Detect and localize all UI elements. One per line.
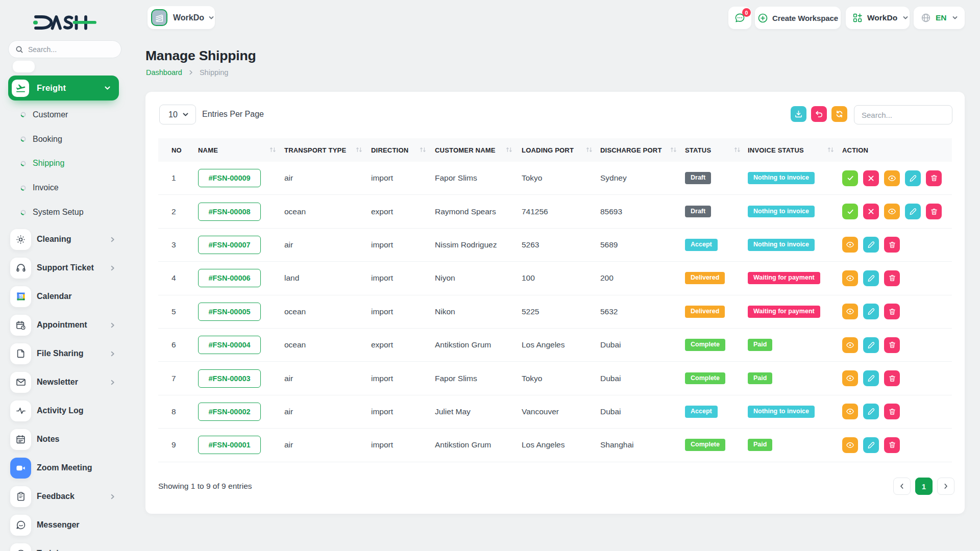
column-header-lp[interactable]: LOADING PORT (522, 138, 574, 162)
column-header-tt[interactable]: TRANSPORT TYPE (284, 138, 346, 162)
sidebar-subitem-shipping[interactable]: Shipping (0, 152, 130, 176)
view-button[interactable] (842, 370, 858, 386)
column-header-name[interactable]: NAME (198, 138, 218, 162)
edit-button[interactable] (905, 204, 921, 219)
pagination-prev-button[interactable] (893, 478, 911, 495)
view-button[interactable] (842, 304, 858, 319)
sidebar-item-cleaning[interactable]: Cleaning (0, 225, 130, 254)
delete-button[interactable] (884, 304, 900, 319)
sidebar-item-appointment[interactable]: Appointment (0, 311, 130, 339)
column-header-cust[interactable]: CUSTOMER NAME (435, 138, 496, 162)
edit-button[interactable] (863, 237, 879, 253)
cell-name: #FSN-00008 (198, 195, 261, 228)
shipment-name-button[interactable]: #FSN-00002 (198, 403, 261, 421)
view-button[interactable] (842, 404, 858, 419)
delete-button[interactable] (926, 170, 942, 186)
reject-button[interactable] (863, 204, 879, 219)
sidebar-subitem-booking[interactable]: Booking (0, 127, 130, 152)
edit-button[interactable] (863, 337, 879, 353)
eye-icon (888, 207, 896, 216)
delete-button[interactable] (926, 204, 942, 219)
shipment-name-button[interactable]: #FSN-00001 (198, 436, 261, 454)
table-search-input[interactable]: Search... (854, 105, 952, 124)
shipment-name-button[interactable]: #FSN-00003 (198, 369, 261, 388)
edit-button[interactable] (863, 304, 879, 319)
sort-icon[interactable] (505, 147, 513, 153)
workspace-switcher[interactable]: WorkDo (148, 6, 215, 29)
sidebar-item-training[interactable]: Training (0, 539, 130, 551)
approve-button[interactable] (842, 204, 858, 219)
sidebar-item-partial-top[interactable] (13, 61, 35, 72)
undo-button[interactable] (811, 106, 827, 122)
refresh-button[interactable] (831, 106, 847, 122)
view-button[interactable] (842, 237, 858, 253)
view-button[interactable] (842, 337, 858, 353)
circle-icon (10, 543, 31, 551)
view-button[interactable] (842, 270, 858, 286)
view-button[interactable] (842, 437, 858, 453)
google-calendar-icon: 31 (10, 286, 31, 307)
view-button[interactable] (884, 170, 900, 186)
shipment-name-button[interactable]: #FSN-00007 (198, 236, 261, 254)
sidebar-subitem-customer[interactable]: Customer (0, 103, 130, 127)
view-button[interactable] (884, 204, 900, 219)
language-selector[interactable]: EN (914, 7, 965, 29)
sort-icon[interactable] (733, 147, 741, 153)
chevron-right-icon (109, 265, 116, 271)
sidebar-item-notes[interactable]: Notes (0, 425, 130, 454)
messages-button[interactable]: 0 (728, 7, 751, 29)
sidebar-item-zoom-meeting[interactable]: Zoom Meeting (0, 454, 130, 482)
delete-button[interactable] (884, 370, 900, 386)
sidebar-item-feedback[interactable]: Feedback (0, 482, 130, 511)
delete-button[interactable] (884, 404, 900, 419)
shipment-name-button[interactable]: #FSN-00005 (198, 303, 261, 321)
column-header-dir[interactable]: DIRECTION (371, 138, 408, 162)
edit-button[interactable] (863, 437, 879, 453)
sidebar-search-input[interactable]: Search... (8, 40, 121, 58)
pagination-page-1-button[interactable]: 1 (915, 478, 933, 495)
approve-button[interactable] (842, 170, 858, 186)
breadcrumb-dashboard-link[interactable]: Dashboard (146, 68, 182, 77)
export-button[interactable] (791, 106, 806, 122)
sort-icon[interactable] (355, 147, 363, 153)
delete-button[interactable] (884, 237, 900, 253)
sidebar-search-placeholder: Search... (28, 45, 57, 54)
entries-per-page-select[interactable]: 10 (159, 105, 196, 124)
reject-button[interactable] (863, 170, 879, 186)
sort-icon[interactable] (269, 147, 277, 153)
sort-icon[interactable] (670, 147, 677, 153)
invoice-status-badge: Waiting for payment (748, 306, 820, 318)
edit-button[interactable] (905, 170, 921, 186)
delete-button[interactable] (884, 270, 900, 286)
shipment-name-button[interactable]: #FSN-00008 (198, 203, 261, 221)
sidebar-item-label: Support Ticket (37, 263, 94, 272)
sidebar-item-freight[interactable]: Freight (8, 76, 119, 101)
sidebar-item-support-ticket[interactable]: Support Ticket (0, 254, 130, 282)
sort-icon[interactable] (585, 147, 593, 153)
sidebar-item-messenger[interactable]: Messenger (0, 511, 130, 539)
create-workspace-button[interactable]: Create Workspace (755, 7, 841, 29)
edit-button[interactable] (863, 404, 879, 419)
cell-discharge-port: Dubai (600, 395, 621, 428)
sidebar-item-file-sharing[interactable]: File Sharing (0, 339, 130, 368)
pagination-next-button[interactable] (937, 478, 954, 495)
sidebar-subitem-system-setup[interactable]: System Setup (0, 200, 130, 224)
sidebar-subitem-invoice[interactable]: Invoice (0, 176, 130, 200)
sidebar-item-activity-log[interactable]: Activity Log (0, 396, 130, 425)
shipment-name-button[interactable]: #FSN-00006 (198, 269, 261, 287)
shipment-name-button[interactable]: #FSN-00004 (198, 336, 261, 354)
column-header-inv[interactable]: INVOICE STATUS (748, 138, 804, 162)
column-header-dp[interactable]: DISCHARGE PORT (600, 138, 662, 162)
delete-button[interactable] (884, 437, 900, 453)
shipment-name-button[interactable]: #FSN-00009 (198, 169, 261, 187)
sidebar-item-newsletter[interactable]: Newsletter (0, 368, 130, 396)
column-header-status[interactable]: STATUS (685, 138, 711, 162)
delete-button[interactable] (884, 337, 900, 353)
edit-button[interactable] (863, 370, 879, 386)
edit-button[interactable] (863, 270, 879, 286)
sidebar-item-calendar[interactable]: 31 Calendar (0, 282, 130, 311)
workspace-menu-button[interactable]: WorkDo (846, 7, 910, 29)
sort-icon[interactable] (827, 147, 835, 153)
sort-icon[interactable] (419, 147, 427, 153)
cell-name: #FSN-00003 (198, 362, 261, 394)
